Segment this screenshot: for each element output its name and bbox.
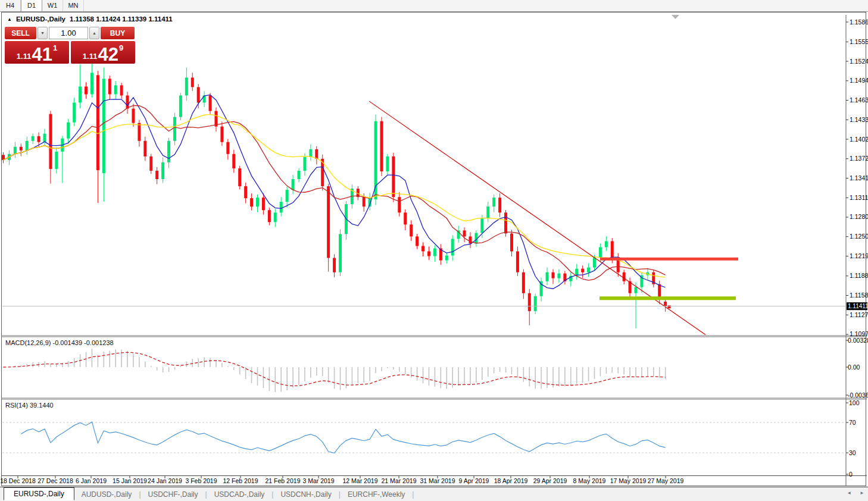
- candle-body: [126, 95, 129, 108]
- candle-body: [244, 186, 247, 198]
- candle-body: [463, 230, 466, 236]
- svg-text:8 May 2019: 8 May 2019: [573, 477, 606, 484]
- candle-body: [90, 73, 93, 94]
- macd: [4, 349, 666, 392]
- macd-indicator-label: MACD(12,26,9) -0.001439 -0.001238: [5, 339, 114, 346]
- candle-body: [315, 149, 318, 159]
- rsi-levels: [2, 422, 846, 453]
- candle-body: [416, 236, 419, 246]
- tab-scroll-left-icon[interactable]: ◄: [847, 490, 851, 496]
- timeframe-button-d1[interactable]: D1: [21, 0, 42, 11]
- svg-text:70: 70: [849, 419, 856, 426]
- svg-text:12 Mar 2019: 12 Mar 2019: [343, 477, 378, 484]
- svg-text:0.00: 0.00: [848, 364, 860, 371]
- svg-text:6 Jan 2019: 6 Jan 2019: [76, 477, 107, 484]
- candle-body: [268, 210, 271, 222]
- candle-body: [203, 95, 206, 102]
- candle-body: [262, 198, 265, 210]
- svg-text:30: 30: [849, 449, 856, 456]
- candle-body: [540, 281, 543, 296]
- candle-body: [363, 197, 366, 206]
- svg-text:17 May 2019: 17 May 2019: [610, 477, 647, 484]
- buy-button[interactable]: BUY: [101, 27, 135, 39]
- candle-body: [492, 198, 495, 206]
- candle-body: [108, 79, 111, 94]
- candle-body: [516, 251, 519, 272]
- svg-text:1.11580: 1.11580: [850, 292, 868, 299]
- candle-body: [534, 296, 537, 311]
- svg-text:12 Feb 2019: 12 Feb 2019: [223, 477, 258, 484]
- svg-text:1.11275: 1.11275: [850, 311, 868, 318]
- app-root: { "toolbar": {"timeframes": ["H4", "D1",…: [0, 0, 868, 501]
- svg-text:3 Feb 2019: 3 Feb 2019: [185, 477, 217, 484]
- candle-body: [256, 198, 259, 206]
- candle-body: [309, 149, 312, 157]
- buy-price-button[interactable]: 1.11 42 9: [71, 41, 135, 64]
- sell-price-pip: 1: [53, 43, 57, 52]
- tab-audusd-daily[interactable]: AUDUSD-,Daily: [74, 489, 139, 500]
- volume-input[interactable]: [49, 27, 88, 39]
- tab-usdcnh-daily[interactable]: USDCNH-,Daily: [273, 489, 338, 500]
- candle-body: [120, 85, 123, 95]
- timeframe-button-mn[interactable]: MN: [63, 0, 84, 11]
- sell-button[interactable]: SELL: [5, 27, 36, 39]
- candle-body: [522, 273, 525, 293]
- candle-body: [38, 136, 40, 142]
- candle-body: [232, 154, 235, 168]
- candle-body: [410, 224, 413, 236]
- svg-text:1.12500: 1.12500: [850, 233, 868, 240]
- svg-text:1.12805: 1.12805: [850, 213, 868, 220]
- candle-body: [593, 258, 596, 268]
- candle-body: [26, 141, 29, 151]
- svg-text:1.12195: 1.12195: [850, 252, 868, 259]
- svg-text:1.13110: 1.13110: [850, 194, 868, 201]
- candle-body: [43, 134, 46, 142]
- chart-canvas[interactable]: 1.158601.155501.152451.149401.146351.143…: [0, 0, 868, 501]
- candle-body: [404, 212, 407, 224]
- volume-increase-button[interactable]: ▲: [89, 27, 99, 39]
- timeframe-button-w1[interactable]: W1: [42, 0, 63, 11]
- rsi-line: [21, 422, 665, 453]
- candle-body: [480, 218, 483, 233]
- sell-price-button[interactable]: 1.11 41 1: [5, 41, 69, 64]
- tab-eurusd-daily[interactable]: EURUSD-,Daily: [4, 487, 74, 500]
- candle-body: [191, 77, 194, 87]
- svg-text:18 Apr 2019: 18 Apr 2019: [494, 477, 528, 484]
- tab-separator: |: [412, 490, 414, 499]
- timeframe-button-h4[interactable]: H4: [0, 0, 21, 11]
- candle-body: [161, 162, 164, 179]
- candle-body: [605, 241, 608, 247]
- tab-usdcad-daily[interactable]: USDCAD-,Daily: [207, 489, 272, 500]
- candle-body: [102, 79, 105, 173]
- candle-body: [96, 75, 99, 170]
- candle-body: [143, 141, 146, 156]
- volume-decrease-button[interactable]: ▼: [38, 27, 48, 39]
- symbol-tabbar: EURUSD-,Daily AUDUSD-,Daily | USDCHF-,Da…: [0, 487, 868, 501]
- candle-body: [486, 206, 489, 218]
- svg-text:-0.00365: -0.00365: [848, 392, 868, 399]
- candle-body: [469, 236, 472, 243]
- tab-scroll-right-icon[interactable]: ►: [860, 490, 864, 496]
- candle-body: [55, 152, 58, 169]
- candle-body: [546, 273, 549, 281]
- candle-body: [445, 256, 448, 261]
- svg-text:27 Dec 2018: 27 Dec 2018: [38, 477, 73, 484]
- svg-text:1.13720: 1.13720: [850, 155, 868, 162]
- svg-text:18 Dec 2018: 18 Dec 2018: [0, 477, 36, 484]
- candle-body: [114, 85, 117, 94]
- svg-text:1.14940: 1.14940: [850, 77, 868, 84]
- collapse-triangle-icon[interactable]: ▲: [7, 17, 12, 22]
- buy-price-prefix: 1.11: [83, 52, 98, 61]
- svg-text:27 May 2019: 27 May 2019: [648, 477, 684, 484]
- svg-text:100: 100: [849, 399, 860, 406]
- candle-body: [298, 171, 301, 179]
- tab-usdchf-daily[interactable]: USDCHF-,Daily: [141, 489, 205, 500]
- tab-eurchf-weekly[interactable]: EURCHF-,Weekly: [341, 489, 412, 500]
- candle-body: [173, 117, 176, 141]
- svg-text:1.15550: 1.15550: [850, 38, 868, 45]
- candle-body: [14, 147, 17, 154]
- candle-body: [250, 198, 253, 206]
- chart-shift-marker-icon[interactable]: [672, 15, 679, 19]
- svg-text:15 Jan 2019: 15 Jan 2019: [113, 477, 147, 484]
- candle-body: [498, 198, 501, 212]
